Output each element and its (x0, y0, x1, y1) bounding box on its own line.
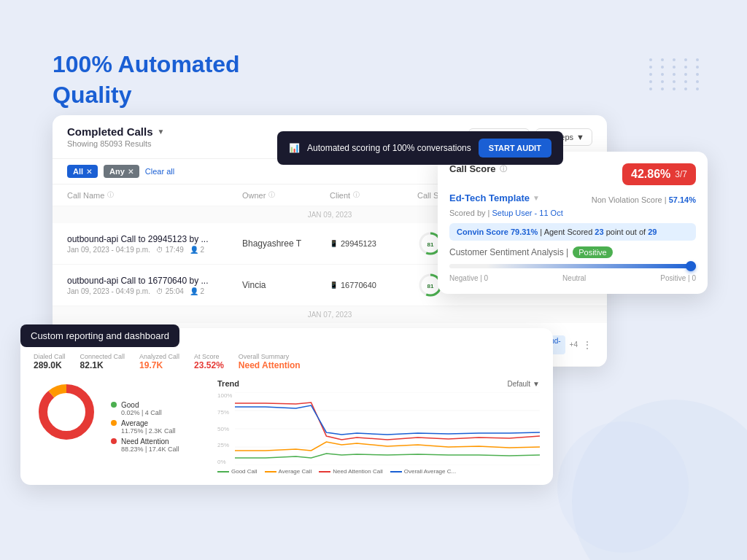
svg-point-12 (50, 396, 82, 428)
completed-calls-title[interactable]: Completed Calls ▼ (67, 125, 164, 138)
legend-item-average: Average Call (265, 468, 312, 475)
chart-svg-area (235, 392, 540, 465)
legend-item-overall: Overall Average C... (390, 468, 456, 475)
y-axis-labels: 100% 75% 50% 25% 0% (217, 392, 232, 465)
tooltip-text: Automated scoring of 100% conversations (307, 143, 471, 153)
call-score-card: Call Score ⓘ 42.86% 3/7 Ed-Tech Template… (438, 152, 708, 294)
chevron-down-icon: ▼ (576, 133, 584, 141)
stat-analyzed: Analyzed Call 19.7K (139, 353, 179, 370)
showing-results: Showing 85093 Results (67, 139, 164, 148)
call-name-cell: outbound-api Call to 29945123 by ... Jan… (67, 234, 242, 254)
trend-chart: 100% 75% 50% 25% 0% (217, 392, 540, 465)
score-card-left: Call Score ⓘ (449, 163, 507, 174)
client-cell: 📱 16770640 (330, 281, 417, 289)
stat-summary: Overall Summary Need Attention (239, 353, 301, 370)
info-icon: ⓘ (500, 164, 507, 174)
custom-reporting-label: Custom reporting and dashboard (20, 324, 179, 347)
template-row: Ed-Tech Template ▼ Non Violation Score |… (449, 192, 696, 204)
stat-dialed: Dialed Call 289.0K (34, 353, 66, 370)
col-call-name: Call Name ⓘ (67, 190, 242, 200)
trend-area: Trend Default ▼ 100% 75% 50% 25% 0% (217, 379, 540, 475)
close-icon[interactable]: ✕ (128, 168, 133, 176)
sentiment-bar (449, 264, 696, 268)
owner-cell: Vincia (242, 280, 330, 290)
legend-item-good: Good Call (217, 468, 258, 475)
score-card-header: Call Score ⓘ 42.86% 3/7 (449, 163, 696, 185)
sentiment-labels: Negative | 0 Neutral Positive | 0 (449, 274, 696, 282)
legend-good: Good 0.02% | 4 Call (111, 401, 206, 416)
chevron-down-icon: ▼ (533, 194, 540, 202)
legend-average: Average 11.75% | 2.3K Call (111, 419, 206, 435)
sentiment-label: Customer Sentiment Analysis | Positive (449, 246, 696, 258)
col-owner: Owner ⓘ (242, 190, 330, 200)
good-dot (111, 402, 117, 408)
trend-title: Trend (217, 379, 239, 388)
completed-calls-section: Completed Calls ▼ Showing 85093 Results (67, 125, 164, 148)
filter-tag-any[interactable]: Any ✕ (104, 165, 139, 178)
date-separator-jan07: JAN 07, 2023 (53, 306, 607, 323)
dots-decoration-top-right (649, 58, 703, 90)
score-card-title: Call Score ⓘ (449, 163, 507, 174)
need-attention-dot (111, 438, 117, 444)
sentiment-section: Customer Sentiment Analysis | Positive N… (449, 246, 696, 282)
stat-atscore: At Score 23.52% (194, 353, 224, 370)
legend-item-need-attention: Need Attention Call (319, 468, 383, 475)
call-name-cell: outbound-api Call to 16770640 by ... Jan… (67, 276, 242, 295)
chevron-down-icon: ▼ (158, 128, 165, 136)
default-dropdown[interactable]: Default ▼ (507, 380, 540, 388)
dashboard-stats: Dialed Call 289.0K Connected Call 82.1K … (34, 353, 540, 370)
legend-need-attention: Need Attention 88.23% | 17.4K Call (111, 438, 206, 453)
tooltip-banner: 📊 Automated scoring of 100% conversation… (277, 131, 563, 165)
scored-by: Scored by | Setup User - 11 Oct (449, 209, 696, 217)
donut-legend: Good 0.02% | 4 Call Average 11.75% | 2.3… (111, 379, 206, 475)
filter-tag-all[interactable]: All ✕ (67, 165, 98, 178)
trend-header: Trend Default ▼ (217, 379, 540, 388)
donut-chart (34, 379, 99, 445)
svg-text:81: 81 (427, 241, 434, 248)
owner-cell: Bhagyashree T (242, 238, 330, 249)
col-client: Client ⓘ (330, 190, 417, 200)
dashboard-card: Dialed Call 289.0K Connected Call 82.1K … (20, 328, 553, 485)
svg-text:81: 81 (427, 283, 434, 289)
template-name[interactable]: Ed-Tech Template ▼ (449, 192, 540, 203)
chevron-down-icon: ▼ (533, 380, 540, 388)
circle-decoration-br2 (557, 421, 689, 553)
more-icon[interactable]: ⋮ (582, 339, 592, 351)
start-audit-button[interactable]: START AUDIT (479, 139, 551, 158)
average-dot (111, 420, 117, 426)
score-badge: 42.86% 3/7 (622, 163, 696, 185)
clear-all-link[interactable]: Clear all (145, 167, 174, 176)
trend-legend: Good Call Average Call Need Attention Ca… (217, 468, 540, 475)
convin-score-bar: Convin Score 79.31% | Agent Scored 23 po… (449, 223, 696, 241)
close-icon[interactable]: ✕ (86, 168, 92, 176)
client-cell: 📱 29945123 (330, 239, 417, 248)
positive-badge: Positive (573, 246, 613, 258)
dashboard-content: Good 0.02% | 4 Call Average 11.75% | 2.3… (34, 379, 540, 475)
stat-connected: Connected Call 82.1K (80, 353, 125, 370)
non-violation: Non Violation Score | 57.14% (592, 195, 696, 204)
monitor-icon: 📊 (289, 143, 300, 153)
